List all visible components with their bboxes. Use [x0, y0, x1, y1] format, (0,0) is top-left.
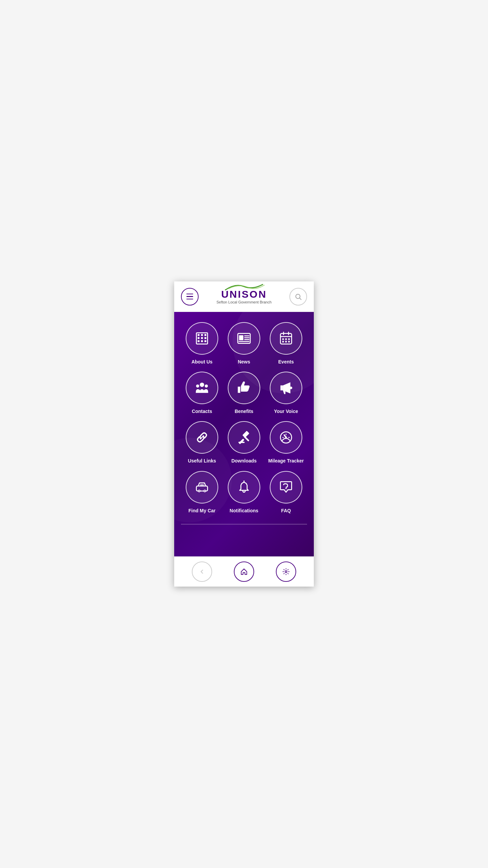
svg-rect-6: [198, 337, 200, 339]
content-divider: [181, 524, 307, 525]
grid-item-benefits[interactable]: Benefits: [225, 372, 263, 414]
links-icon: [195, 430, 209, 445]
back-icon: [198, 568, 206, 575]
grid-item-notifications[interactable]: Notifications: [225, 471, 263, 514]
building-icon: [195, 331, 209, 346]
grid-item-contacts[interactable]: Contacts: [183, 372, 221, 414]
svg-point-29: [196, 384, 199, 388]
downloads-label: Downloads: [231, 458, 257, 464]
svg-rect-25: [282, 341, 284, 342]
settings-icon: [282, 568, 290, 575]
svg-rect-48: [200, 484, 204, 486]
logo-swoosh: [222, 284, 266, 291]
useful-links-label: Useful Links: [188, 458, 216, 464]
settings-button[interactable]: [276, 561, 296, 582]
downloads-icon-circle: [228, 421, 260, 454]
svg-rect-7: [201, 337, 203, 339]
car-icon: [195, 480, 209, 495]
people-icon: [195, 380, 209, 395]
notifications-icon-circle: [228, 471, 260, 504]
svg-rect-43: [197, 486, 208, 491]
svg-point-50: [285, 488, 287, 489]
logo-subtitle: Sefton Local Government Branch: [217, 300, 272, 304]
find-my-car-label: Find My Car: [188, 508, 216, 514]
grid-row-4: Find My Car Notifications: [181, 471, 307, 514]
about-us-icon-circle: [186, 322, 218, 355]
svg-point-0: [296, 294, 300, 298]
logo-text: UNISON: [221, 289, 267, 299]
menu-button[interactable]: [181, 288, 199, 305]
grid-item-news[interactable]: News: [225, 322, 263, 365]
svg-rect-27: [288, 341, 290, 342]
benefits-label: Benefits: [235, 408, 253, 414]
svg-rect-33: [239, 439, 244, 445]
calendar-icon: [279, 331, 293, 346]
find-my-car-icon-circle: [186, 471, 218, 504]
grid-item-downloads[interactable]: Downloads: [225, 421, 263, 464]
svg-rect-8: [204, 337, 206, 339]
grid-row-1: About Us News: [181, 322, 307, 365]
svg-point-46: [199, 490, 200, 491]
grid-row-3: Useful Links Downloads: [181, 421, 307, 464]
megaphone-icon: [279, 380, 293, 395]
svg-point-28: [200, 383, 204, 387]
back-button[interactable]: [192, 561, 212, 582]
events-label: Events: [278, 359, 294, 365]
events-icon-circle: [270, 322, 302, 355]
header: UNISON Sefton Local Government Branch: [174, 281, 314, 312]
home-button[interactable]: [234, 561, 254, 582]
main-content: About Us News: [174, 312, 314, 556]
svg-point-51: [285, 571, 287, 573]
mileage-tracker-icon-circle: [270, 421, 302, 454]
logo: UNISON Sefton Local Government Branch: [217, 289, 272, 304]
bottom-nav: [174, 556, 314, 587]
svg-rect-34: [242, 431, 249, 438]
useful-links-icon-circle: [186, 421, 218, 454]
home-icon: [240, 568, 248, 575]
svg-rect-24: [288, 338, 290, 340]
news-label: News: [238, 359, 250, 365]
about-us-label: About Us: [191, 359, 212, 365]
speedometer-icon: [279, 430, 293, 445]
grid-item-about-us[interactable]: About Us: [183, 322, 221, 365]
faq-label: FAQ: [281, 508, 291, 514]
svg-point-39: [285, 437, 287, 439]
svg-rect-4: [201, 334, 203, 336]
search-button[interactable]: [289, 288, 307, 305]
gavel-icon: [237, 430, 251, 445]
svg-rect-26: [285, 341, 287, 342]
newspaper-icon: [237, 331, 251, 346]
contacts-icon-circle: [186, 372, 218, 404]
mileage-tracker-label: Mileage Tracker: [268, 458, 304, 464]
grid-row-2: Contacts Benefits: [181, 372, 307, 414]
svg-rect-5: [204, 334, 206, 336]
faq-icon-circle: [270, 471, 302, 504]
svg-rect-11: [204, 340, 206, 342]
grid-item-your-voice[interactable]: Your Voice: [267, 372, 305, 414]
grid-item-useful-links[interactable]: Useful Links: [183, 421, 221, 464]
svg-point-30: [205, 384, 208, 388]
bell-icon: [237, 480, 251, 495]
svg-rect-22: [282, 338, 284, 340]
benefits-icon-circle: [228, 372, 260, 404]
search-icon: [294, 293, 302, 300]
your-voice-icon-circle: [270, 372, 302, 404]
phone-container: UNISON Sefton Local Government Branch: [174, 281, 314, 587]
chat-icon: [279, 480, 293, 495]
svg-rect-9: [198, 340, 200, 342]
grid-item-faq[interactable]: FAQ: [267, 471, 305, 514]
svg-rect-3: [198, 334, 200, 336]
svg-point-47: [204, 490, 205, 491]
svg-line-1: [300, 298, 301, 300]
contacts-label: Contacts: [192, 408, 212, 414]
svg-rect-10: [201, 340, 203, 342]
grid-item-mileage-tracker[interactable]: Mileage Tracker: [267, 421, 305, 464]
your-voice-label: Your Voice: [274, 408, 298, 414]
news-icon-circle: [228, 322, 260, 355]
svg-line-35: [245, 437, 248, 441]
grid-item-events[interactable]: Events: [267, 322, 305, 365]
notifications-label: Notifications: [230, 508, 259, 514]
grid-item-find-my-car[interactable]: Find My Car: [183, 471, 221, 514]
svg-rect-13: [239, 335, 243, 340]
thumbsup-icon: [237, 380, 251, 395]
